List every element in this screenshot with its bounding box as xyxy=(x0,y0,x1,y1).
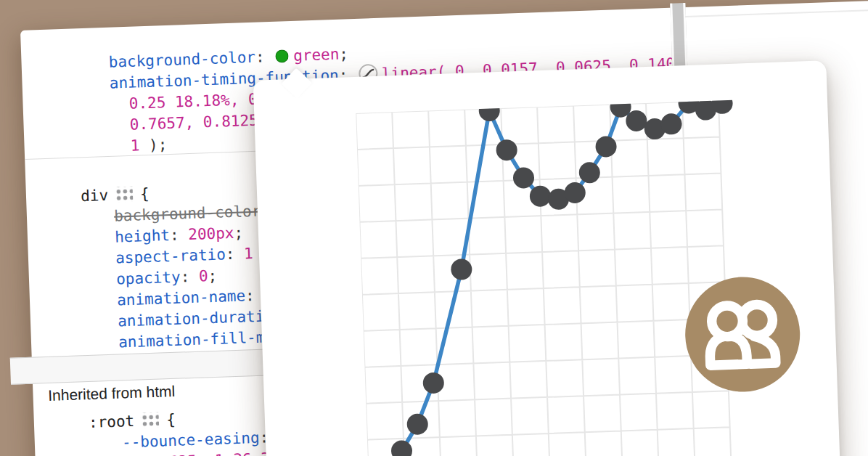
easing-stop-handle[interactable] xyxy=(496,139,517,161)
left-person-head xyxy=(711,305,743,337)
canvas: background-color: green; animation-timin… xyxy=(0,0,868,456)
colon: : xyxy=(225,245,244,263)
chart-grid xyxy=(356,100,734,456)
easing-stop-handle[interactable] xyxy=(422,372,444,394)
easing-stop-handle[interactable] xyxy=(406,413,428,435)
easing-chart[interactable] xyxy=(356,100,748,456)
devtools-styles-panel: background-color: green; animation-timin… xyxy=(20,0,868,456)
easing-stop-handle[interactable] xyxy=(595,136,617,158)
community-badge xyxy=(684,275,802,394)
close-paren-semicolon: ); xyxy=(139,136,168,154)
easing-stop-handle[interactable] xyxy=(391,440,413,456)
easing-editor-popup xyxy=(253,60,844,456)
easing-stop-handle[interactable] xyxy=(451,258,472,280)
easing-curve-line xyxy=(356,102,734,456)
easing-stop-handle[interactable] xyxy=(478,100,500,122)
right-person-body xyxy=(750,335,776,364)
people-icon xyxy=(684,275,802,394)
css-property-value[interactable]: 1 xyxy=(130,137,139,154)
